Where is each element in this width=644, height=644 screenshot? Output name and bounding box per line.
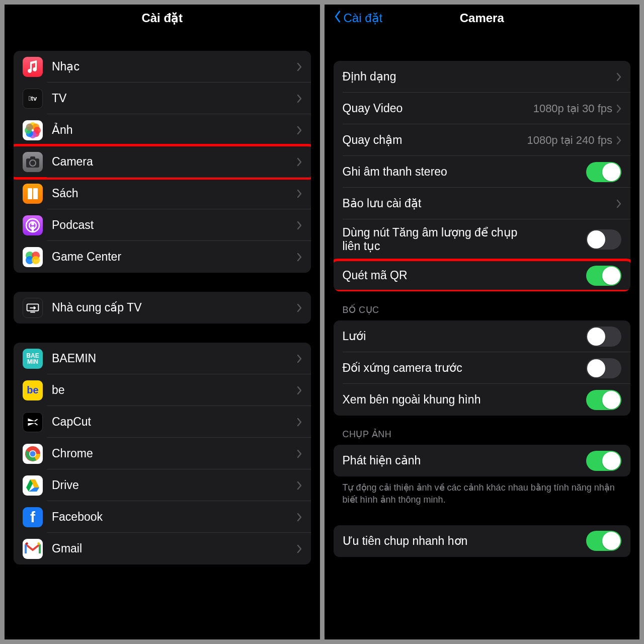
settings-row-podcast[interactable]: Podcast	[14, 209, 311, 241]
row-label: Ghi âm thanh stereo	[343, 165, 447, 179]
settings-row-qr[interactable]: Quét mã QR	[334, 260, 631, 291]
settings-row-be[interactable]: bebe	[14, 374, 311, 406]
row-label: BAEMIN	[52, 352, 96, 365]
settings-row-format[interactable]: Định dạng	[334, 61, 631, 93]
be-icon: be	[23, 380, 43, 400]
toggle-qr[interactable]	[586, 266, 621, 286]
baemin-icon: BAEMIN	[23, 349, 43, 369]
settings-row-grid[interactable]: Lưới	[334, 320, 631, 352]
settings-row-faster[interactable]: Ưu tiên chup nhanh hơn	[334, 525, 631, 557]
chevron-right-icon	[297, 418, 302, 427]
settings-group: Định dạngQuay Video1080p tại 30 fpsQuay …	[334, 61, 631, 291]
tvprov-icon	[23, 298, 43, 318]
settings-row-tv[interactable]: tvTV	[14, 83, 311, 114]
row-detail: 1080p tại 240 fps	[527, 134, 612, 147]
settings-row-video[interactable]: Quay Video1080p tại 30 fps	[334, 93, 631, 124]
row-label: Nhạc	[52, 60, 79, 73]
settings-row-slomo[interactable]: Quay chậm1080p tại 240 fps	[334, 124, 631, 156]
row-label: Game Center	[52, 250, 121, 264]
chevron-right-icon	[616, 136, 621, 145]
chevron-right-icon	[297, 544, 302, 553]
row-label: Nhà cung cấp TV	[52, 301, 142, 314]
camera-settings-pane: Cài đặt Camera Định dạngQuay Video1080p …	[325, 5, 640, 639]
row-label: be	[52, 383, 65, 397]
chevron-right-icon	[297, 354, 302, 363]
svg-point-15	[31, 222, 34, 225]
section-header: BỐ CỤC	[334, 291, 631, 320]
row-label: Định dạng	[343, 70, 396, 84]
settings-row-facebook[interactable]: fFacebook	[14, 501, 311, 533]
settings-group: BAEMINBAEMINbebeCapCutChromeDrivefFacebo…	[14, 343, 311, 565]
settings-row-music[interactable]: Nhạc	[14, 51, 311, 83]
settings-row-gamecenter[interactable]: Game Center	[14, 241, 311, 273]
chevron-right-icon	[297, 157, 302, 167]
chrome-icon	[23, 444, 43, 464]
drive-icon	[23, 475, 43, 496]
row-detail: 1080p tại 30 fps	[533, 102, 612, 115]
chevron-right-icon	[297, 253, 302, 262]
settings-row-scene[interactable]: Phát hiện cảnh	[334, 445, 631, 476]
settings-row-stereo[interactable]: Ghi âm thanh stereo	[334, 156, 631, 188]
toggle-burst[interactable]	[586, 229, 621, 250]
toggle-faster[interactable]	[586, 531, 621, 551]
svg-rect-9	[30, 156, 35, 159]
back-button[interactable]: Cài đặt	[334, 5, 383, 32]
chevron-left-icon	[334, 10, 342, 26]
settings-row-baemin[interactable]: BAEMINBAEMIN	[14, 343, 311, 374]
photos-icon	[23, 120, 43, 140]
books-icon	[23, 184, 43, 204]
chevron-right-icon	[616, 72, 621, 82]
row-label: Quay Video	[343, 102, 403, 115]
settings-group: Ưu tiên chup nhanh hơn	[334, 525, 631, 557]
chevron-right-icon	[616, 104, 621, 113]
navbar-right: Cài đặt Camera	[325, 5, 640, 32]
settings-row-camera[interactable]: Camera	[14, 146, 311, 178]
svg-point-19	[32, 256, 40, 264]
svg-point-7	[26, 123, 33, 130]
row-label: Dùng nút Tăng âm lượng để chụp liên tục	[343, 226, 534, 253]
settings-group: Nhà cung cấp TV	[14, 292, 311, 324]
svg-rect-11	[28, 188, 32, 199]
settings-row-capcut[interactable]: CapCut	[14, 406, 311, 438]
row-label: Camera	[52, 155, 93, 169]
row-label: Xem bên ngoài khung hình	[343, 393, 481, 407]
toggle-grid[interactable]	[586, 327, 621, 347]
camera-icon	[23, 152, 43, 172]
toggle-scene[interactable]	[586, 451, 621, 471]
settings-row-outside[interactable]: Xem bên ngoài khung hình	[334, 384, 631, 416]
settings-row-burst[interactable]: Dùng nút Tăng âm lượng để chụp liên tục	[334, 219, 631, 260]
settings-row-gmail[interactable]: Gmail	[14, 533, 311, 565]
settings-row-photos[interactable]: Ảnh	[14, 114, 311, 146]
music-icon	[23, 57, 43, 77]
settings-row-tvprovider[interactable]: Nhà cung cấp TV	[14, 292, 311, 324]
settings-row-mirror[interactable]: Đối xứng camera trước	[334, 352, 631, 384]
toggle-mirror[interactable]	[586, 358, 621, 378]
settings-row-preserve[interactable]: Bảo lưu cài đặt	[334, 188, 631, 219]
chevron-right-icon	[616, 199, 621, 208]
toggle-outside[interactable]	[586, 390, 621, 410]
settings-group: NhạctvTVẢnhCameraSáchPodcastGame Center	[14, 51, 311, 273]
row-label: Podcast	[52, 218, 94, 232]
chevron-right-icon	[297, 62, 302, 71]
settings-row-books[interactable]: Sách	[14, 178, 311, 209]
toggle-stereo[interactable]	[586, 162, 621, 182]
section-header: CHỤP ẢNH	[334, 416, 631, 445]
row-label: Quét mã QR	[343, 269, 408, 282]
chevron-right-icon	[297, 126, 302, 135]
chevron-right-icon	[297, 189, 302, 198]
settings-group: LướiĐối xứng camera trướcXem bên ngoài k…	[334, 320, 631, 416]
svg-point-25	[30, 451, 36, 456]
navbar-left: Cài đặt	[5, 5, 320, 32]
settings-row-drive[interactable]: Drive	[14, 469, 311, 501]
chevron-right-icon	[297, 94, 302, 103]
chevron-right-icon	[297, 481, 302, 490]
settings-group: Phát hiện cảnh	[334, 445, 631, 476]
row-label: Lưới	[343, 330, 366, 343]
gmail-icon	[23, 539, 43, 559]
section-footer: Tự động cải thiện ảnh về các cảnh khác n…	[334, 476, 631, 506]
page-title: Camera	[460, 11, 504, 25]
row-label: Phát hiện cảnh	[343, 454, 421, 467]
settings-row-chrome[interactable]: Chrome	[14, 438, 311, 469]
svg-rect-21	[30, 311, 35, 312]
gc-icon	[23, 247, 43, 267]
